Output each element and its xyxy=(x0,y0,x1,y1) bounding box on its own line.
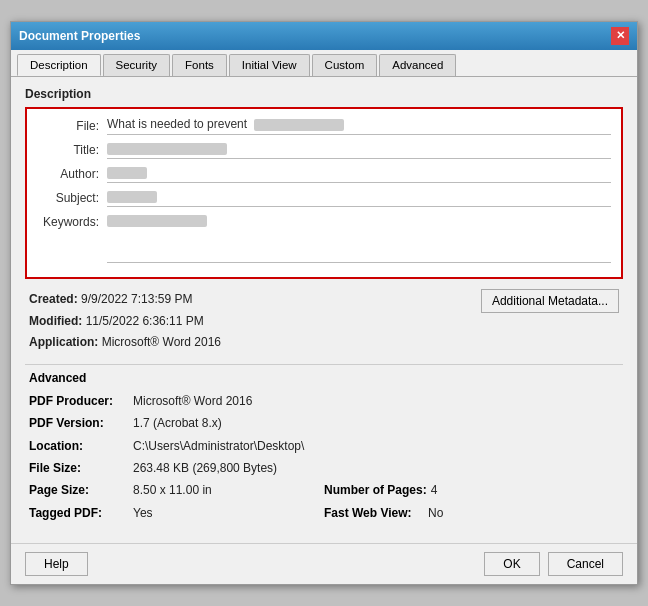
bottom-bar: Help OK Cancel xyxy=(11,543,637,584)
metadata-section: Created: 9/9/2022 7:13:59 PM Modified: 1… xyxy=(25,289,623,354)
tab-custom[interactable]: Custom xyxy=(312,54,378,76)
pdf-producer-row: PDF Producer: Microsoft® Word 2016 xyxy=(29,391,324,411)
title-redacted xyxy=(107,143,227,155)
advanced-title: Advanced xyxy=(29,371,619,385)
advanced-grid: PDF Producer: Microsoft® Word 2016 PDF V… xyxy=(29,391,619,523)
tabs-bar: Description Security Fonts Initial View … xyxy=(11,50,637,77)
file-size-value: 263.48 KB (269,800 Bytes) xyxy=(133,458,277,478)
modified-label: Modified: xyxy=(29,314,82,328)
file-label: File: xyxy=(37,117,107,133)
num-pages-value: 4 xyxy=(431,480,438,500)
keywords-value xyxy=(107,213,611,263)
tagged-pdf-row: Tagged PDF: Yes xyxy=(29,503,324,523)
pdf-version-row: PDF Version: 1.7 (Acrobat 8.x) xyxy=(29,413,324,433)
tab-security[interactable]: Security xyxy=(103,54,171,76)
keywords-redacted xyxy=(107,215,207,227)
pdf-producer-value: Microsoft® Word 2016 xyxy=(133,391,252,411)
metadata-left: Created: 9/9/2022 7:13:59 PM Modified: 1… xyxy=(29,289,221,354)
subject-value xyxy=(107,189,611,207)
tab-initial-view[interactable]: Initial View xyxy=(229,54,310,76)
page-size-label: Page Size: xyxy=(29,480,129,500)
tab-description[interactable]: Description xyxy=(17,54,101,76)
location-value: C:\Users\Administrator\Desktop\ xyxy=(133,436,304,456)
advanced-section: Advanced PDF Producer: Microsoft® Word 2… xyxy=(25,371,623,523)
author-redacted xyxy=(107,167,147,179)
num-pages-row: Number of Pages: 4 xyxy=(324,480,619,500)
fast-web-view-label: Fast Web View: xyxy=(324,503,424,523)
application-label: Application: xyxy=(29,335,98,349)
subject-label: Subject: xyxy=(37,189,107,205)
pdf-version-value: 1.7 (Acrobat 8.x) xyxy=(133,413,222,433)
additional-metadata-button[interactable]: Additional Metadata... xyxy=(481,289,619,313)
subject-field-row: Subject: xyxy=(37,189,611,207)
close-button[interactable]: ✕ xyxy=(611,27,629,45)
title-label: Title: xyxy=(37,141,107,157)
file-value: What is needed to prevent xyxy=(107,117,611,135)
application-row: Application: Microsoft® Word 2016 xyxy=(29,332,221,354)
location-label: Location: xyxy=(29,436,129,456)
modified-row: Modified: 11/5/2022 6:36:11 PM xyxy=(29,311,221,333)
location-row: Location: C:\Users\Administrator\Desktop… xyxy=(29,436,324,456)
subject-redacted xyxy=(107,191,157,203)
page-size-row: Page Size: 8.50 x 11.00 in xyxy=(29,480,324,500)
tab-advanced[interactable]: Advanced xyxy=(379,54,456,76)
keywords-label: Keywords: xyxy=(37,213,107,229)
application-value: Microsoft® Word 2016 xyxy=(102,335,221,349)
fast-web-view-value: No xyxy=(428,503,443,523)
divider xyxy=(25,364,623,365)
created-row: Created: 9/9/2022 7:13:59 PM xyxy=(29,289,221,311)
ok-button[interactable]: OK xyxy=(484,552,539,576)
file-size-label: File Size: xyxy=(29,458,129,478)
tagged-pdf-value: Yes xyxy=(133,503,153,523)
tagged-pdf-label: Tagged PDF: xyxy=(29,503,129,523)
num-pages-label: Number of Pages: xyxy=(324,480,427,500)
page-size-value: 8.50 x 11.00 in xyxy=(133,480,212,500)
author-value xyxy=(107,165,611,183)
title-field-row: Title: xyxy=(37,141,611,159)
help-button[interactable]: Help xyxy=(25,552,88,576)
file-field-row: File: What is needed to prevent xyxy=(37,117,611,135)
created-label: Created: xyxy=(29,292,78,306)
created-value: 9/9/2022 7:13:59 PM xyxy=(81,292,192,306)
author-label: Author: xyxy=(37,165,107,181)
document-properties-window: Document Properties ✕ Description Securi… xyxy=(10,21,638,585)
keywords-field-row: Keywords: xyxy=(37,213,611,263)
window-title: Document Properties xyxy=(19,29,140,43)
pdf-version-label: PDF Version: xyxy=(29,413,129,433)
description-section-label: Description xyxy=(25,87,623,101)
file-size-row: File Size: 263.48 KB (269,800 Bytes) xyxy=(29,458,324,478)
title-bar: Document Properties ✕ xyxy=(11,22,637,50)
pdf-producer-label: PDF Producer: xyxy=(29,391,129,411)
file-redacted xyxy=(254,119,344,131)
description-box: File: What is needed to prevent Title: A… xyxy=(25,107,623,279)
modified-value: 11/5/2022 6:36:11 PM xyxy=(86,314,204,328)
author-field-row: Author: xyxy=(37,165,611,183)
ok-cancel-group: OK Cancel xyxy=(484,552,623,576)
cancel-button[interactable]: Cancel xyxy=(548,552,623,576)
main-content: Description File: What is needed to prev… xyxy=(11,77,637,543)
fast-web-view-row: Fast Web View: No xyxy=(324,503,619,523)
tab-fonts[interactable]: Fonts xyxy=(172,54,227,76)
title-value xyxy=(107,141,611,159)
